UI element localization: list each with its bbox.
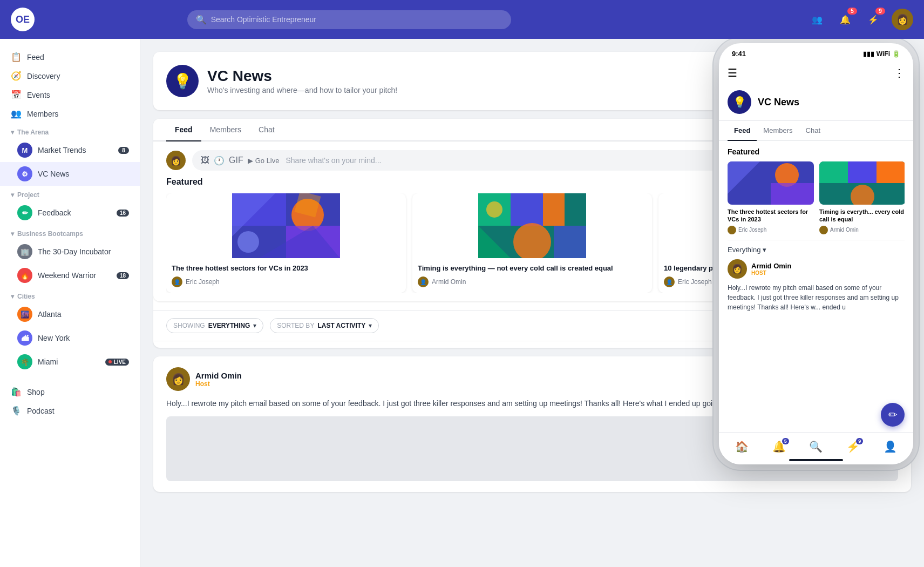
group-avatar: 🌆	[17, 307, 32, 322]
svg-rect-14	[554, 226, 586, 258]
post-author-name: Armid Omin	[195, 371, 242, 380]
mobile-nav-home[interactable]: 🏠	[735, 440, 749, 453]
group-label: Miami	[38, 357, 58, 366]
signal-icon: ▮▮▮	[863, 50, 874, 58]
post-author-role: Host	[195, 380, 242, 388]
group-new-york[interactable]: 🏙 New York	[0, 326, 140, 350]
featured-card-2[interactable]: Timing is everything — not every cold ca…	[412, 193, 652, 293]
section-label: Business Bootcamps	[17, 230, 83, 238]
chevron-down-icon: ▾	[11, 293, 14, 300]
sorted-filter[interactable]: SORTED BY LAST ACTIVITY ▾	[270, 318, 379, 333]
group-weekend-warrior[interactable]: 🔥 Weekend Warrior 18	[0, 264, 140, 287]
section-project[interactable]: ▾ Project	[0, 186, 140, 201]
mobile-tab-chat[interactable]: Chat	[799, 121, 827, 141]
section-the-arena[interactable]: ▾ The Arena	[0, 123, 140, 138]
sidebar-item-shop[interactable]: 🛍️ Shop	[0, 382, 140, 401]
tab-feed[interactable]: Feed	[166, 119, 201, 141]
sorted-value: LAST ACTIVITY	[317, 322, 365, 329]
notifications-button[interactable]: 🔔 5	[835, 10, 855, 29]
mobile-community-title: VC News	[758, 97, 799, 108]
composer-avatar: 👩	[166, 151, 186, 170]
svg-rect-26	[771, 183, 814, 205]
chevron-down-icon: ▾	[11, 129, 14, 136]
section-cities[interactable]: ▾ Cities	[0, 287, 140, 302]
author-avatar-1: 👤	[172, 276, 182, 287]
author-avatar-2: 👤	[418, 276, 429, 287]
sidebar-item-events[interactable]: 📅 Events	[0, 85, 140, 104]
tab-members[interactable]: Members	[201, 119, 250, 141]
sidebar-item-label: Discovery	[27, 72, 60, 80]
mobile-status-bar: 9:41 ▮▮▮ WiFi 🔋	[719, 43, 913, 62]
sidebar-item-discovery[interactable]: 🧭 Discovery	[0, 66, 140, 85]
showing-filter[interactable]: SHOWING EVERYTHING ▾	[166, 318, 263, 333]
mobile-divider	[728, 240, 905, 240]
sidebar-item-label: Feed	[27, 53, 44, 62]
mobile-community-logo: 💡	[728, 90, 751, 114]
section-label: The Arena	[17, 129, 49, 136]
mobile-nav-activity[interactable]: ⚡ 9	[846, 440, 860, 453]
activity-button[interactable]: ⚡ 9	[864, 10, 883, 29]
section-label: Project	[17, 191, 39, 199]
svg-point-15	[486, 201, 502, 218]
mobile-notification-badge: 5	[782, 438, 789, 444]
group-market-trends[interactable]: M Market Trends 8	[0, 138, 140, 162]
mobile-card-title-1: The three hottest sectors for VCs in 202…	[728, 208, 814, 224]
clock-tool[interactable]: 🕐	[214, 156, 225, 166]
mobile-tab-feed[interactable]: Feed	[728, 121, 757, 141]
gif-tool[interactable]: GIF	[229, 156, 243, 165]
podcast-icon: 🎙️	[11, 406, 22, 416]
showing-label: SHOWING	[173, 322, 205, 329]
sidebar-item-feed[interactable]: 📋 Feed	[0, 48, 140, 66]
post-avatar: 👩	[166, 367, 190, 391]
svg-rect-10	[511, 193, 543, 226]
mobile-tabs: Feed Members Chat	[719, 121, 913, 141]
group-vc-news[interactable]: ⚙ VC News	[0, 162, 140, 186]
add-friend-button[interactable]: 👥	[807, 10, 827, 29]
mobile-time: 9:41	[732, 50, 746, 58]
shop-icon: 🛍️	[11, 387, 22, 397]
mobile-more-icon[interactable]: ⋮	[894, 66, 905, 79]
mobile-profile-icon: 👤	[884, 440, 897, 453]
mobile-menu-icon[interactable]: ☰	[728, 66, 737, 79]
group-label: Feedback	[38, 208, 71, 217]
section-business-bootcamps[interactable]: ▾ Business Bootcamps	[0, 225, 140, 240]
mobile-card-2[interactable]: Timing is everyth... every cold call is …	[819, 161, 905, 234]
activity-badge: 9	[875, 8, 885, 15]
group-label: Weekend Warrior	[38, 271, 96, 280]
sidebar-item-members[interactable]: 👥 Members	[0, 104, 140, 123]
live-badge: LIVE	[105, 359, 129, 366]
image-tool[interactable]: 🖼	[201, 156, 209, 165]
go-live-button[interactable]: ▶ Go Live	[248, 157, 280, 165]
group-atlanta[interactable]: 🌆 Atlanta	[0, 302, 140, 326]
group-feedback[interactable]: ✏ Feedback 16	[0, 201, 140, 225]
battery-icon: 🔋	[892, 50, 900, 58]
group-avatar: ⚙	[17, 166, 32, 181]
group-30-day-incubator[interactable]: 🏢 The 30-Day Incubator	[0, 240, 140, 264]
featured-card-1[interactable]: The three hottest sectors for VCs in 202…	[166, 193, 406, 293]
mobile-nav-notifications[interactable]: 🔔 5	[772, 440, 786, 453]
user-avatar[interactable]: 👩	[892, 9, 913, 30]
tab-chat[interactable]: Chat	[250, 119, 283, 141]
card-body-1: The three hottest sectors for VCs in 202…	[166, 258, 406, 293]
notification-badge: 5	[847, 8, 857, 15]
card-title-1: The three hottest sectors for VCs in 202…	[172, 264, 400, 273]
mobile-nav-search[interactable]: 🔍	[809, 440, 823, 453]
group-miami[interactable]: 🌴 Miami LIVE	[0, 350, 140, 374]
app-logo[interactable]: OE	[11, 8, 35, 31]
mobile-home-icon: 🏠	[735, 440, 749, 453]
sidebar-item-label: Shop	[27, 388, 45, 396]
sidebar-item-podcast[interactable]: 🎙️ Podcast	[0, 401, 140, 420]
feed-icon: 📋	[11, 52, 22, 62]
mobile-filter[interactable]: Everything ▾	[728, 246, 905, 254]
mobile-tab-members[interactable]: Members	[757, 121, 799, 141]
mobile-nav-profile[interactable]: 👤	[884, 440, 897, 453]
svg-rect-30	[877, 161, 905, 183]
search-input[interactable]	[211, 15, 502, 24]
wifi-icon: WiFi	[877, 50, 890, 58]
chevron-down-icon: ▾	[253, 322, 256, 329]
mobile-card-1[interactable]: The three hottest sectors for VCs in 202…	[728, 161, 814, 234]
mobile-home-indicator	[789, 459, 843, 461]
mobile-fab[interactable]: ✏	[881, 403, 905, 427]
sidebar-item-label: Members	[27, 110, 58, 118]
mobile-post-role: HOST	[751, 270, 791, 276]
